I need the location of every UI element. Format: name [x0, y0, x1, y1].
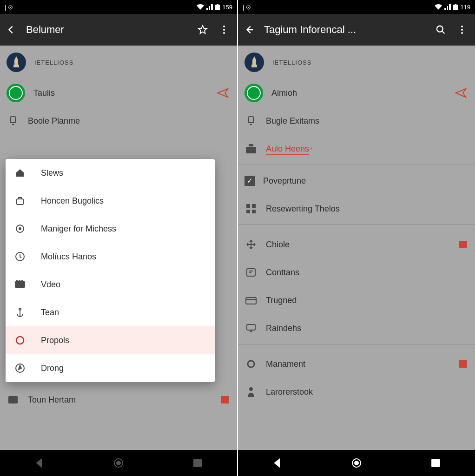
svg-rect-32	[246, 204, 250, 208]
svg-rect-8	[17, 199, 23, 205]
status-time: 119	[460, 4, 470, 11]
folder-icon	[245, 294, 258, 307]
header-label: IETELLIOSS –	[272, 59, 317, 66]
plane-icon	[455, 88, 467, 98]
list-item[interactable]: Aulo Heens*	[238, 135, 475, 163]
menu-item-tean[interactable]: Tean	[6, 298, 215, 326]
bag-icon	[14, 195, 26, 207]
nav-recents-icon[interactable]	[428, 456, 443, 470]
status-notch: | ⊙	[243, 4, 251, 11]
popup-menu: Slews Honcen Bugolics Maniger for Miches…	[6, 159, 215, 382]
content: IETELLIOSS – Taulis Boole Planme Toun He…	[0, 46, 237, 450]
menu-item-propols[interactable]: Propols	[6, 326, 215, 354]
list-item[interactable]: Bugle Exitams	[238, 107, 475, 135]
back-icon[interactable]	[5, 23, 18, 36]
search-icon[interactable]	[434, 23, 447, 36]
menu-item-honcen[interactable]: Honcen Bugolics	[6, 187, 215, 215]
list-item[interactable]: Raindehs	[238, 314, 475, 342]
menu-item-vdeo[interactable]: Vdeo	[6, 271, 215, 298]
menu-item-slews[interactable]: Slews	[6, 159, 215, 187]
back-icon[interactable]	[243, 23, 256, 36]
item-label: Almioh	[271, 88, 297, 98]
svg-rect-28	[251, 65, 257, 67]
header-label: IETELLIOSS –	[34, 59, 79, 66]
overflow-icon[interactable]	[456, 23, 469, 36]
list-item[interactable]: Resewerting Thelos	[238, 195, 475, 223]
status-notch: | ⊙	[5, 4, 13, 11]
status-avatar-icon	[245, 84, 263, 102]
card-icon	[245, 266, 258, 279]
svg-rect-37	[246, 298, 256, 304]
menu-item-drong[interactable]: Drong	[6, 354, 215, 382]
list-item[interactable]: Taulis	[0, 79, 237, 107]
list-item[interactable]: Larorerstook	[238, 378, 475, 406]
circle-icon	[14, 334, 26, 346]
avatar	[245, 53, 264, 72]
menu-item-moliucs[interactable]: Molíucs Hanos	[6, 243, 215, 271]
svg-rect-13	[16, 280, 18, 281]
svg-rect-31	[249, 144, 253, 146]
badge	[459, 360, 467, 368]
svg-rect-5	[13, 65, 19, 67]
nav-home-icon[interactable]	[111, 456, 126, 470]
svg-rect-0	[215, 5, 220, 10]
item-label: Chiole	[266, 240, 290, 250]
item-label: Poveprtune	[263, 176, 306, 186]
check-icon: ✓	[245, 176, 255, 186]
list-item[interactable]: Almioh	[238, 79, 475, 107]
svg-rect-43	[431, 459, 440, 467]
item-label: Raindehs	[266, 324, 301, 333]
svg-rect-21	[193, 459, 202, 467]
svg-point-16	[19, 308, 21, 310]
badge	[221, 396, 229, 403]
svg-rect-6	[11, 116, 15, 123]
item-label: Aulo Heens*	[266, 144, 312, 154]
overflow-icon[interactable]	[218, 23, 231, 36]
home-icon	[14, 167, 26, 179]
svg-point-4	[223, 32, 225, 34]
list-item[interactable]: Manament	[238, 350, 475, 378]
svg-point-20	[117, 461, 120, 465]
navbar	[0, 450, 237, 476]
list-item[interactable]: Chiole	[238, 231, 475, 258]
person-icon	[245, 385, 258, 398]
header-row[interactable]: IETELLIOSS –	[238, 46, 475, 79]
list-item[interactable]: Boole Planme	[0, 107, 237, 135]
wifi-icon	[435, 4, 442, 10]
item-label: Taulis	[33, 88, 55, 98]
list-item[interactable]: Trugned	[238, 286, 475, 314]
status-avatar-icon	[7, 84, 25, 102]
move-icon	[245, 238, 258, 251]
badge	[459, 241, 467, 248]
svg-rect-34	[246, 210, 250, 213]
list-item[interactable]: Conttans	[238, 258, 475, 286]
menu-item-maniger[interactable]: Maniger for Michess	[6, 215, 215, 243]
appbar: Tagium Inforencal ...	[238, 14, 475, 46]
status-time: 159	[222, 4, 232, 11]
ring-icon	[245, 357, 258, 370]
nav-back-icon[interactable]	[32, 456, 47, 470]
svg-point-27	[461, 32, 463, 34]
star-icon[interactable]	[196, 23, 209, 36]
nav-back-icon[interactable]	[270, 456, 285, 470]
avatar	[7, 53, 26, 72]
clock-icon	[14, 251, 26, 263]
svg-point-40	[249, 387, 253, 391]
svg-point-26	[461, 29, 463, 31]
svg-point-39	[248, 361, 254, 367]
divider	[238, 165, 475, 165]
list-item[interactable]: Toun Hertam	[0, 386, 237, 414]
generic-icon	[7, 393, 20, 406]
phone-right: | ⊙ 119 Tagium Inforencal ... IETELLIOSS…	[238, 0, 476, 476]
chat-icon	[245, 322, 258, 335]
nav-home-icon[interactable]	[349, 456, 364, 470]
list-item[interactable]: ✓ Poveprtune	[238, 167, 475, 195]
bell-icon	[7, 114, 20, 127]
header-row[interactable]: IETELLIOSS –	[0, 46, 237, 79]
video-icon	[14, 278, 26, 291]
wifi-icon	[197, 4, 204, 10]
navbar	[238, 450, 475, 476]
item-label: Conttans	[266, 268, 299, 278]
nav-recents-icon[interactable]	[190, 456, 205, 470]
svg-rect-23	[455, 4, 456, 5]
